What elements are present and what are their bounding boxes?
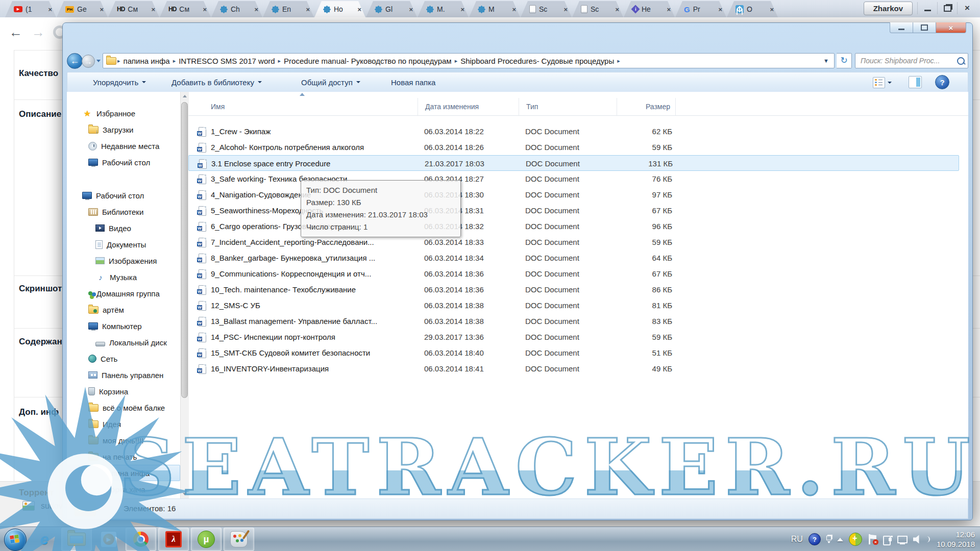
- sidebar-item-рабочий-стол[interactable]: Рабочий стол: [67, 154, 180, 170]
- browser-tab[interactable]: HDСм×: [108, 1, 159, 17]
- file-row[interactable]: W10_Tech. maintenance- Техобслуживание06…: [188, 282, 959, 297]
- file-row[interactable]: W5_Seaworthiness-Мореходность06.03.2014 …: [188, 203, 959, 218]
- explorer-back-button[interactable]: ←: [67, 53, 83, 69]
- acrobat-button[interactable]: λ: [158, 528, 189, 551]
- utorrent-button[interactable]: µ: [191, 528, 222, 551]
- recent-pages-dropdown-icon[interactable]: [96, 60, 101, 62]
- explorer-forward-button[interactable]: →: [82, 55, 95, 68]
- search-icon[interactable]: [957, 57, 965, 65]
- tab-close-button[interactable]: ×: [151, 6, 155, 13]
- share-button[interactable]: Общий доступ: [296, 72, 365, 92]
- file-row[interactable]: W9_Communications- Корреспонденция и отч…: [188, 266, 959, 282]
- sidebar-item-артём[interactable]: артём: [67, 302, 180, 318]
- file-row[interactable]: W7_Incident_Accident_reporting-Расследов…: [188, 234, 959, 250]
- volume-tray-icon[interactable]: [913, 534, 923, 544]
- explorer-close-button[interactable]: ×: [936, 22, 966, 33]
- breadcrumb-item[interactable]: Shipboard Procedures- Судовые процедуры: [457, 57, 617, 65]
- sidebar-item-домашняя-группа[interactable]: Домашняя группа: [67, 285, 180, 302]
- preview-pane-button[interactable]: [909, 76, 922, 88]
- file-row[interactable]: W3_Safe working- Техника безопасности06.…: [188, 171, 959, 187]
- browser-minimize-button[interactable]: [917, 2, 937, 14]
- sidebar-item-музыка[interactable]: Музыка: [67, 269, 180, 285]
- column-header-type[interactable]: Тип: [519, 98, 617, 115]
- browser-tab[interactable]: ▶(1×: [5, 1, 56, 17]
- sidebar-item-компьютер[interactable]: Компьютер: [67, 318, 180, 334]
- browser-back-button[interactable]: ←: [9, 24, 22, 40]
- file-row[interactable]: W3.1 Enclose space entry Procedure21.03.…: [188, 155, 959, 171]
- language-indicator[interactable]: RU: [791, 535, 803, 544]
- power-tray-icon[interactable]: [883, 534, 892, 544]
- file-row[interactable]: W8_Banker_garbage- Бункеровка_утилизация…: [188, 250, 959, 266]
- address-dropdown-icon[interactable]: ▼: [818, 58, 834, 64]
- browser-tab[interactable]: Sc×: [572, 1, 623, 17]
- layout-switcher-icon[interactable]: [826, 536, 831, 543]
- breadcrumb-item[interactable]: папина инфа: [120, 57, 173, 65]
- browser-maximize-button[interactable]: [937, 2, 957, 14]
- sidebar-item-на-печать[interactable]: на печать: [67, 448, 180, 465]
- tab-close-button[interactable]: ×: [770, 6, 774, 13]
- breadcrumb-item[interactable]: Procedure manual- Руководство по процеду…: [281, 57, 455, 65]
- breadcrumb-item[interactable]: INTRESCO SMS 2017 word: [176, 57, 278, 65]
- action-center-icon[interactable]: ×: [868, 534, 877, 544]
- file-row[interactable]: W4_Nanigation-Судовождение06.03.2014 18:…: [188, 187, 959, 203]
- sidebar-item-избранное[interactable]: Избранное: [67, 105, 180, 121]
- tab-close-button[interactable]: ×: [100, 6, 104, 13]
- tab-close-button[interactable]: ×: [409, 6, 413, 13]
- help-button[interactable]: ?: [935, 75, 949, 89]
- organize-button[interactable]: Упорядочить: [88, 72, 151, 92]
- column-header-name[interactable]: Имя: [188, 98, 418, 115]
- chrome-button[interactable]: [126, 528, 156, 551]
- file-row[interactable]: W15_SMT-СКБ Судовой комитет безопасности…: [188, 345, 959, 361]
- network-tray-icon[interactable]: [897, 535, 908, 544]
- search-box[interactable]: Поиск: Shipboard Proc...: [855, 53, 968, 68]
- browser-tab[interactable]: M.×: [418, 1, 469, 17]
- tab-close-button[interactable]: ×: [564, 6, 568, 13]
- file-row[interactable]: W2_Alcohol- Контроль потребления алкогол…: [188, 139, 959, 155]
- sidebar-item-сборка-хача[interactable]: сборка хача: [67, 481, 180, 497]
- tab-close-button[interactable]: ×: [615, 6, 619, 13]
- tab-close-button[interactable]: ×: [512, 6, 516, 13]
- torrent-file-link[interactable]: sudov: [22, 501, 63, 511]
- browser-tab[interactable]: Sc×: [521, 1, 572, 17]
- sidebar-item-изображения[interactable]: Изображения: [67, 253, 180, 269]
- browser-close-button[interactable]: ×: [957, 2, 977, 14]
- internet-explorer-button[interactable]: e: [30, 528, 59, 550]
- antivirus-tray-icon[interactable]: [849, 533, 862, 546]
- sidebar-item-всё-о-моём-балке[interactable]: всё о моём балке: [67, 399, 180, 416]
- file-row[interactable]: W16_INVENTORY-Инвентаризация06.03.2014 1…: [188, 361, 959, 377]
- file-row[interactable]: W6_Cargo operations- Грузовые операции06…: [188, 218, 959, 234]
- sidebar-item-моя-дичь!!!![interactable]: моя дичь!!!!: [67, 432, 180, 448]
- tab-close-button[interactable]: ×: [254, 6, 258, 13]
- sidebar-item-корзина[interactable]: Корзина: [67, 383, 180, 399]
- tab-close-button[interactable]: ×: [357, 6, 361, 13]
- browser-tab[interactable]: En×: [263, 1, 314, 17]
- browser-tab[interactable]: iHe×: [624, 1, 675, 17]
- new-folder-button[interactable]: Новая папка: [386, 72, 440, 92]
- explorer-maximize-button[interactable]: [913, 22, 936, 33]
- refresh-button[interactable]: ↻: [837, 53, 852, 68]
- help-tray-icon[interactable]: ?: [808, 533, 821, 545]
- paint-button[interactable]: [224, 528, 254, 551]
- sidebar-item-панель-управлен[interactable]: Панель управлен: [67, 367, 180, 383]
- column-header-date[interactable]: Дата изменения: [418, 98, 519, 115]
- tab-close-button[interactable]: ×: [667, 6, 671, 13]
- sidebar-item-библиотеки[interactable]: Библиотеки: [67, 204, 180, 220]
- start-button[interactable]: [4, 529, 27, 551]
- sidebar-item-сеть[interactable]: Сеть: [67, 350, 180, 367]
- browser-tab[interactable]: PHGe×: [57, 1, 108, 17]
- sidebar-item-видео[interactable]: Видео: [67, 220, 180, 236]
- file-row[interactable]: W14_PSC- Инспекции порт-контроля29.03.20…: [188, 329, 959, 345]
- browser-tab[interactable]: GPr×: [675, 1, 726, 17]
- file-row[interactable]: W12_SMS-С УБ06.03.2014 18:38DOC Document…: [188, 297, 959, 313]
- scrollbar-thumb[interactable]: [181, 102, 188, 398]
- change-view-button[interactable]: [873, 76, 896, 89]
- tab-close-button[interactable]: ×: [718, 6, 722, 13]
- tab-close-button[interactable]: ×: [48, 6, 52, 13]
- sidebar-item-загрузки[interactable]: Загрузки: [67, 121, 180, 138]
- tab-close-button[interactable]: ×: [460, 6, 464, 13]
- sidebar-item-документы[interactable]: Документы: [67, 236, 180, 253]
- sidebar-item-папина-инфа[interactable]: папина инфа: [67, 465, 180, 481]
- browser-profile-button[interactable]: Zharkov: [864, 2, 913, 15]
- browser-tab[interactable]: Gl×: [366, 1, 417, 17]
- browser-tab[interactable]: O×: [727, 1, 778, 17]
